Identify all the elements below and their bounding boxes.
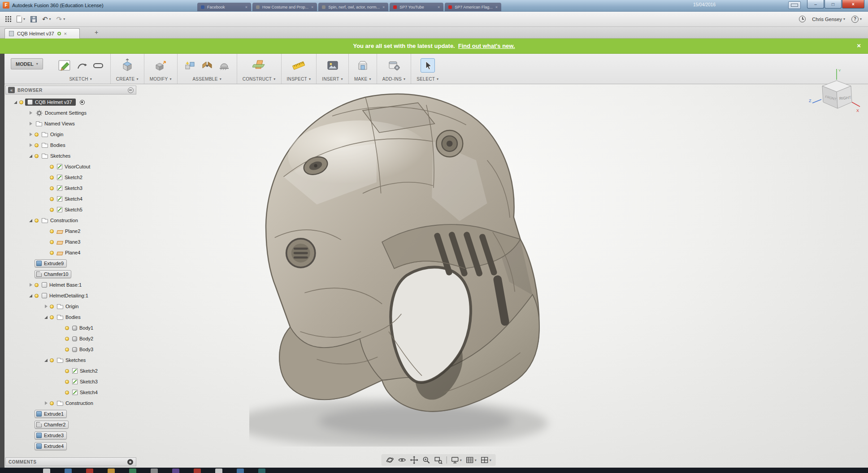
undo-button[interactable]: ↶ ▾ bbox=[42, 16, 51, 22]
browser-row[interactable]: Sketch5 bbox=[7, 204, 142, 215]
redo-button[interactable]: ↷ ▾ bbox=[56, 16, 65, 22]
taskbar-app-icon[interactable] bbox=[215, 469, 222, 473]
comments-expand-icon[interactable] bbox=[127, 459, 133, 465]
visibility-bulb-icon[interactable] bbox=[50, 229, 54, 233]
press-pull-button[interactable] bbox=[153, 58, 168, 73]
browser-row[interactable]: Chamfer2 bbox=[7, 419, 142, 430]
browser-row[interactable]: Origin bbox=[7, 301, 142, 312]
visibility-bulb-icon[interactable] bbox=[65, 326, 69, 330]
pan-button[interactable] bbox=[410, 456, 418, 464]
visibility-bulb-icon[interactable] bbox=[50, 208, 54, 212]
browser-row[interactable]: CQB Helmet v37 bbox=[7, 97, 142, 108]
disclosure-closed-icon[interactable] bbox=[29, 142, 33, 148]
dismiss-banner-icon[interactable]: × bbox=[857, 42, 861, 49]
browser-row[interactable]: Sketch2 bbox=[7, 366, 142, 376]
minimize-button[interactable]: – bbox=[807, 0, 824, 9]
browser-row[interactable]: Sketch3 bbox=[7, 183, 142, 194]
browser-row[interactable]: Sketch4 bbox=[7, 387, 142, 398]
new-tab-button[interactable]: + bbox=[92, 29, 100, 36]
visibility-bulb-icon[interactable] bbox=[50, 315, 54, 319]
visibility-bulb-icon[interactable] bbox=[50, 251, 54, 255]
visibility-bulb-icon[interactable] bbox=[50, 176, 54, 180]
view-cube[interactable]: Y X Z RIGHT FRONT bbox=[808, 67, 862, 116]
comments-bar[interactable]: COMMENTS bbox=[5, 457, 136, 466]
whats-new-link[interactable]: Find out what's new. bbox=[458, 43, 515, 49]
viewports-button[interactable]: ▾ bbox=[481, 456, 491, 464]
visibility-bulb-icon[interactable] bbox=[65, 337, 69, 341]
visibility-bulb-icon[interactable] bbox=[35, 219, 39, 223]
joint-button[interactable] bbox=[200, 58, 214, 73]
job-status-button[interactable] bbox=[799, 16, 806, 22]
disclosure-open-icon[interactable] bbox=[29, 293, 33, 298]
slot-tool-button[interactable] bbox=[91, 59, 105, 72]
browser-row[interactable]: Plane4 bbox=[7, 247, 142, 258]
taskbar-app-icon[interactable] bbox=[129, 469, 136, 473]
print-3d-button[interactable] bbox=[356, 58, 370, 73]
browser-row[interactable]: Bodies bbox=[7, 312, 142, 322]
browser-row[interactable]: Sketch3 bbox=[7, 376, 142, 387]
visibility-bulb-icon[interactable] bbox=[50, 305, 54, 309]
visibility-bulb-icon[interactable] bbox=[35, 133, 39, 137]
browser-row[interactable]: Sketch4 bbox=[7, 194, 142, 204]
look-at-button[interactable] bbox=[398, 456, 406, 464]
browser-row[interactable]: Document Settings bbox=[7, 108, 142, 118]
grid-settings-button[interactable]: ▾ bbox=[466, 456, 477, 464]
disclosure-open-icon[interactable] bbox=[13, 99, 18, 105]
construct-dropdown[interactable]: CONSTRUCT ▾ bbox=[243, 77, 276, 82]
activate-radio-icon[interactable] bbox=[80, 100, 85, 105]
browser-row[interactable]: VisorCutout bbox=[7, 161, 142, 172]
measure-button[interactable] bbox=[291, 58, 306, 73]
browser-row[interactable]: Sketches bbox=[7, 150, 142, 161]
browser-row[interactable]: Body2 bbox=[7, 333, 142, 344]
helmet-3d-model[interactable] bbox=[249, 93, 559, 447]
taskbar-app-icon[interactable] bbox=[86, 469, 93, 473]
collapse-browser-icon[interactable]: « bbox=[8, 87, 15, 93]
browser-row[interactable]: HelmetDetailing:1 bbox=[7, 290, 142, 301]
display-settings-button[interactable]: ▾ bbox=[451, 456, 462, 464]
language-bar-icon[interactable] bbox=[788, 1, 801, 9]
create-sketch-button[interactable] bbox=[56, 57, 73, 73]
document-tab[interactable]: CQB Helmet v37 × bbox=[4, 28, 80, 39]
browser-row[interactable]: Body3 bbox=[7, 344, 142, 355]
close-tab-icon[interactable]: × bbox=[64, 31, 67, 36]
app-grid-button[interactable] bbox=[5, 16, 11, 22]
browser-row[interactable]: Origin bbox=[7, 129, 142, 140]
browser-row[interactable]: Construction bbox=[7, 398, 142, 408]
disclosure-closed-icon[interactable] bbox=[44, 400, 48, 406]
browser-row[interactable]: Extrude9 bbox=[7, 258, 142, 269]
taskbar-app-icon[interactable] bbox=[258, 469, 265, 473]
browser-row[interactable]: Plane2 bbox=[7, 226, 142, 236]
taskbar-app-icon[interactable] bbox=[237, 469, 244, 473]
visibility-bulb-icon[interactable] bbox=[35, 294, 39, 298]
extrude-button[interactable] bbox=[120, 58, 135, 73]
browser-row[interactable]: Construction bbox=[7, 215, 142, 226]
sketch-dropdown[interactable]: SKETCH ▾ bbox=[69, 77, 92, 82]
user-menu-button[interactable]: Chris Gensey ▾ bbox=[812, 17, 845, 22]
addins-dropdown[interactable]: ADD-INS ▾ bbox=[382, 77, 406, 82]
disclosure-closed-icon[interactable] bbox=[29, 121, 33, 126]
disclosure-open-icon[interactable] bbox=[29, 218, 33, 223]
visibility-bulb-icon[interactable] bbox=[65, 369, 69, 373]
visibility-bulb-icon[interactable] bbox=[35, 283, 39, 287]
browser-row[interactable]: Bodies bbox=[7, 140, 142, 150]
taskbar-app-icon[interactable] bbox=[151, 469, 158, 473]
visibility-bulb-icon[interactable] bbox=[65, 348, 69, 352]
taskbar-app-icon[interactable] bbox=[65, 469, 72, 473]
construction-plane-button[interactable] bbox=[252, 58, 267, 73]
browser-row[interactable]: Plane3 bbox=[7, 236, 142, 247]
help-menu-button[interactable]: ? ▾ bbox=[851, 16, 862, 23]
visibility-bulb-icon[interactable] bbox=[65, 380, 69, 384]
browser-row[interactable]: Extrude4 bbox=[7, 441, 142, 452]
taskbar-app-icon[interactable] bbox=[194, 469, 201, 473]
visibility-bulb-icon[interactable] bbox=[50, 186, 54, 190]
create-dropdown[interactable]: CREATE ▾ bbox=[116, 77, 139, 82]
assemble-dropdown[interactable]: ASSEMBLE ▾ bbox=[192, 77, 221, 82]
visibility-bulb-icon[interactable] bbox=[50, 240, 54, 244]
browser-row[interactable]: Named Views bbox=[7, 118, 142, 129]
fit-button[interactable] bbox=[434, 456, 443, 464]
browser-row[interactable]: Helmet Base:1 bbox=[7, 280, 142, 290]
browser-row[interactable]: Sketches bbox=[7, 355, 142, 366]
taskbar-app-icon[interactable] bbox=[43, 469, 50, 473]
file-menu-button[interactable]: ▾ bbox=[17, 16, 25, 22]
ground-button[interactable] bbox=[217, 58, 231, 73]
